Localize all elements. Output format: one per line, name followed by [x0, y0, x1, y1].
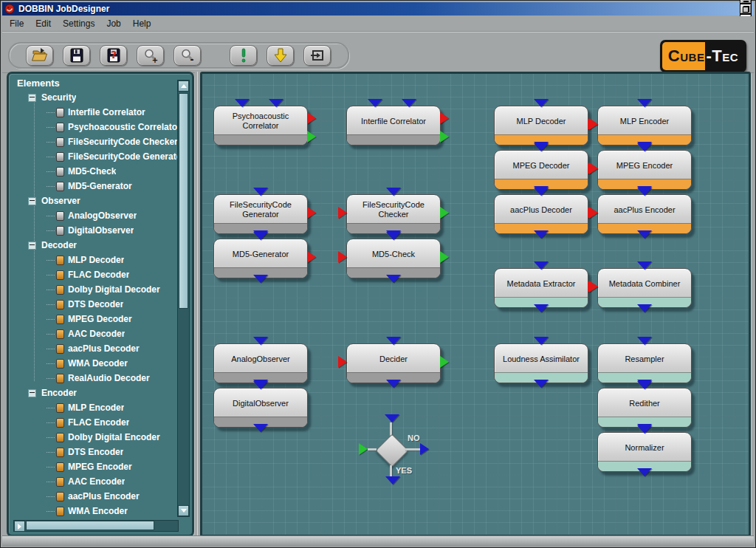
- port-left-red[interactable]: [589, 118, 598, 130]
- vertical-scroll-thumb[interactable]: [179, 93, 188, 309]
- sidebar-item-aacplus-encoder[interactable]: aacPlus Encoder: [11, 489, 179, 504]
- sidebar-item-mpeg-decoder[interactable]: MPEG Decoder: [11, 312, 179, 326]
- horizontal-scroll-thumb[interactable]: [26, 521, 154, 530]
- port-bottom[interactable]: [637, 230, 652, 239]
- port-top[interactable]: [637, 337, 652, 345]
- port-right-green-lower[interactable]: [307, 131, 316, 143]
- node-mlp-decoder[interactable]: MLP Decoder: [494, 106, 588, 145]
- tree-horizontal-scrollbar[interactable]: [13, 520, 179, 532]
- node-aacplus-encoder[interactable]: aacPlus Encoder: [597, 194, 692, 234]
- port-left-red[interactable]: [589, 207, 598, 219]
- decision-node[interactable]: [375, 434, 408, 466]
- port-top[interactable]: [253, 188, 268, 196]
- port-right-green[interactable]: [440, 251, 449, 263]
- port-right-red-upper[interactable]: [307, 112, 316, 124]
- scroll-right-button[interactable]: [14, 521, 25, 532]
- menu-edit[interactable]: Edit: [30, 17, 57, 30]
- sidebar-item-aacplus-decoder[interactable]: aacPlus Decoder: [11, 341, 179, 356]
- sidebar-item-psychoacoustic-correlator[interactable]: Psychoacoustic Correlator: [11, 120, 179, 134]
- decision-no-output-port[interactable]: [420, 443, 429, 455]
- port-bottom[interactable]: [534, 230, 549, 239]
- sidebar-item-digitalobserver[interactable]: DigitalObserver: [11, 223, 179, 238]
- menu-help[interactable]: Help: [127, 17, 157, 30]
- node-mlp-encoder[interactable]: MLP Encoder: [597, 106, 692, 145]
- sidebar-item-realaudio-decoder[interactable]: RealAudio Decoder: [11, 371, 179, 386]
- port-top[interactable]: [637, 381, 652, 389]
- port-top-a[interactable]: [235, 99, 250, 107]
- port-top-a[interactable]: [368, 99, 382, 107]
- node-normalizer[interactable]: Normalizer: [597, 432, 692, 472]
- port-top[interactable]: [386, 337, 401, 345]
- port-left-red[interactable]: [589, 281, 598, 292]
- sidebar-item-dolby-digital-decoder[interactable]: Dolby Digital Decoder: [11, 282, 179, 297]
- port-bottom[interactable]: [534, 304, 549, 312]
- node-interfile-correlator[interactable]: Interfile Correlator: [346, 106, 441, 145]
- port-top[interactable]: [253, 337, 268, 345]
- port-bottom[interactable]: [253, 275, 268, 283]
- tree-section-decoder[interactable]: Decoder: [11, 238, 179, 253]
- zoom-out-button[interactable]: -: [173, 45, 201, 66]
- port-left-red[interactable]: [338, 251, 347, 263]
- port-top[interactable]: [253, 232, 268, 240]
- port-right-red[interactable]: [307, 207, 316, 219]
- port-top[interactable]: [253, 381, 268, 389]
- job-canvas[interactable]: NO YES Psychoacoustic CorrelatorInterfil…: [202, 74, 749, 535]
- restore-button[interactable]: [740, 4, 752, 14]
- sidebar-item-mlp-decoder[interactable]: MLP Decoder: [11, 253, 179, 267]
- port-left-red[interactable]: [338, 207, 347, 219]
- open-button[interactable]: [26, 45, 53, 66]
- tree-section-encoder[interactable]: Encoder: [11, 386, 179, 400]
- sidebar-item-analogobserver[interactable]: AnalogObserver: [11, 208, 179, 223]
- collapse-icon[interactable]: [28, 389, 36, 397]
- port-right-green-lower[interactable]: [440, 131, 449, 143]
- port-top[interactable]: [637, 188, 652, 196]
- node-mpeg-encoder[interactable]: MPEG Encoder: [597, 150, 692, 190]
- port-top[interactable]: [534, 143, 549, 151]
- port-top[interactable]: [637, 261, 652, 270]
- node-aacplus-decoder[interactable]: aacPlus Decoder: [494, 194, 588, 234]
- sidebar-item-wma-encoder[interactable]: WMA Encoder: [11, 504, 179, 518]
- port-top[interactable]: [534, 188, 549, 196]
- port-left-red[interactable]: [589, 162, 598, 174]
- sidebar-item-dolby-digital-encoder[interactable]: Dolby Digital Encoder: [11, 430, 179, 445]
- node-metadata-extractor[interactable]: Metadata Extractor: [494, 268, 588, 308]
- node-mpeg-decoder[interactable]: MPEG Decoder: [494, 150, 588, 190]
- port-right-green[interactable]: [440, 356, 449, 368]
- port-top[interactable]: [637, 99, 652, 107]
- sidebar-item-flac-decoder[interactable]: FLAC Decoder: [11, 267, 179, 282]
- sidebar-item-flac-encoder[interactable]: FLAC Encoder: [11, 415, 179, 430]
- node-filesecuritycode-checker[interactable]: FileSecurityCode Checker: [346, 194, 441, 234]
- port-bottom[interactable]: [534, 380, 549, 388]
- tree-section-security[interactable]: Security: [11, 90, 179, 105]
- port-top[interactable]: [637, 425, 652, 434]
- tree-vertical-scrollbar[interactable]: [177, 80, 190, 517]
- sidebar-item-aac-encoder[interactable]: AAC Encoder: [11, 474, 179, 489]
- sidebar-item-filesecuritycode-checker[interactable]: FileSecurityCode Checker: [11, 134, 179, 149]
- menu-settings[interactable]: Settings: [57, 17, 100, 30]
- zoom-in-button[interactable]: +: [137, 45, 164, 66]
- decision-yes-output-port[interactable]: [385, 476, 400, 484]
- menu-file[interactable]: File: [4, 17, 30, 30]
- port-left-red[interactable]: [338, 356, 347, 368]
- port-bottom[interactable]: [253, 424, 268, 432]
- titlebar[interactable]: DOBBIN JobDesigner ×: [2, 2, 754, 16]
- port-bottom[interactable]: [637, 304, 652, 312]
- port-top-b[interactable]: [269, 99, 284, 107]
- menu-job[interactable]: Job: [100, 17, 126, 30]
- decision-left-input-port[interactable]: [359, 443, 368, 455]
- port-top[interactable]: [534, 99, 549, 107]
- port-top[interactable]: [534, 261, 549, 270]
- sidebar-item-mlp-encoder[interactable]: MLP Encoder: [11, 400, 179, 415]
- port-right-red-upper[interactable]: [440, 112, 449, 124]
- panel-splitter[interactable]: [195, 72, 200, 537]
- tree-root-elements[interactable]: Elements: [11, 75, 179, 90]
- sidebar-item-dts-encoder[interactable]: DTS Encoder: [11, 445, 179, 459]
- port-top[interactable]: [637, 143, 652, 151]
- port-top[interactable]: [386, 232, 401, 240]
- loop-button[interactable]: [303, 45, 331, 66]
- sidebar-item-mpeg-encoder[interactable]: MPEG Encoder: [11, 459, 179, 474]
- port-top[interactable]: [534, 337, 549, 345]
- port-top-b[interactable]: [402, 99, 416, 107]
- node-loudness-assimilator[interactable]: Loudness Assimilator: [494, 343, 588, 383]
- scroll-up-button[interactable]: [178, 81, 189, 92]
